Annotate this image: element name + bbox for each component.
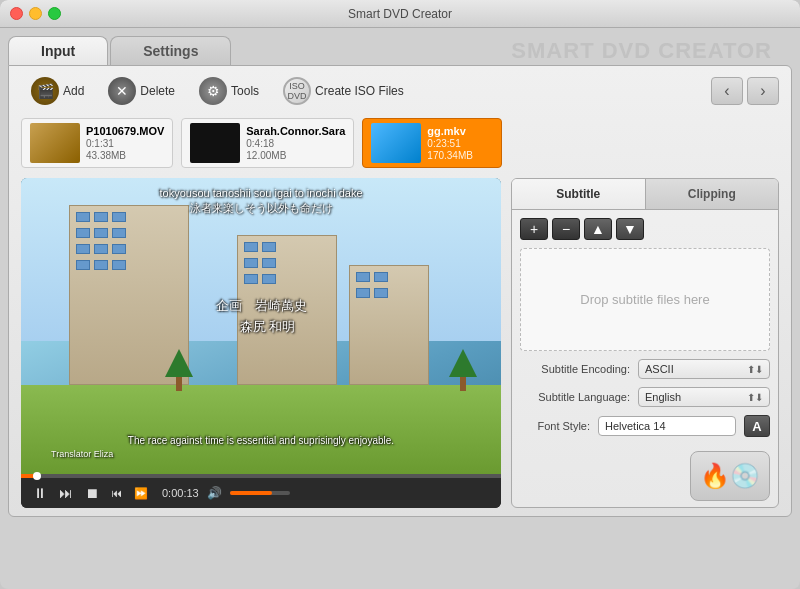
delete-button[interactable]: ✕ Delete	[98, 74, 185, 108]
bottom-area: tokyousou tanoshii sou igai to inochi da…	[21, 178, 779, 508]
file-card-1[interactable]: P1010679.MOV 0:1:31 43.38MB	[21, 118, 173, 168]
delete-icon: ✕	[108, 77, 136, 105]
brand-text: SMART DVD CREATOR	[511, 38, 772, 64]
volume-icon: 🔊	[207, 486, 222, 500]
time-display: 0:00:13	[162, 487, 199, 499]
video-screen: tokyousou tanoshii sou igai to inochi da…	[21, 178, 501, 474]
file-thumb-1	[30, 123, 80, 163]
stop-button[interactable]: ⏹	[83, 483, 101, 503]
tab-settings[interactable]: Settings	[110, 36, 231, 65]
file-cards: P1010679.MOV 0:1:31 43.38MB Sarah.Connor…	[21, 118, 779, 168]
tree-1	[165, 349, 193, 391]
subtitle-toolbar: + − ▲ ▼	[520, 218, 770, 240]
video-controls: ⏸ ⏭ ⏹ ⏮ ⏩ 0:00:13 🔊	[21, 478, 501, 508]
video-progress[interactable]	[21, 474, 501, 478]
traffic-lights	[10, 7, 61, 20]
add-icon: 🎬	[31, 77, 59, 105]
file-duration-1: 0:1:31	[86, 138, 164, 149]
panel-tabs: Subtitle Clipping	[512, 179, 778, 210]
subtitle-remove-button[interactable]: −	[552, 218, 580, 240]
file-size-3: 170.34MB	[427, 150, 473, 161]
tab-bar: Input Settings SMART DVD CREATOR	[8, 36, 792, 65]
encoding-label: Subtitle Encoding:	[520, 363, 630, 375]
bottom-action: 🔥💿	[512, 445, 778, 507]
tree-2	[449, 349, 477, 391]
tab-input[interactable]: Input	[8, 36, 108, 65]
subtitle-line-2: 泳者来楽しそう以外も命だけ	[31, 201, 491, 216]
subtitle-down-button[interactable]: ▼	[616, 218, 644, 240]
subtitle-add-button[interactable]: +	[520, 218, 548, 240]
subtitle-bottom: The race against time is essential and s…	[21, 435, 501, 446]
right-panel: Subtitle Clipping + − ▲ ▼	[511, 178, 779, 508]
play-pause-button[interactable]: ⏸	[31, 483, 49, 503]
ground	[21, 385, 501, 474]
translator-credit: Translator Eliza	[51, 449, 113, 459]
file-size-2: 12.00MB	[246, 150, 345, 161]
next-frame-button[interactable]: ⏭	[57, 483, 75, 503]
main-content: Input Settings SMART DVD CREATOR 🎬 Add ✕…	[0, 28, 800, 589]
file-info-2: Sarah.Connor.Sara 0:4:18 12.00MB	[246, 125, 345, 161]
subtitle-mid: 企画 岩崎萬史 森尻 和明	[21, 296, 501, 338]
nav-prev-button[interactable]: ‹	[711, 77, 743, 105]
toolbar-nav: ‹ ›	[711, 77, 779, 105]
subtitle-drop-area[interactable]: Drop subtitle files here	[520, 248, 770, 351]
encoding-select[interactable]: ASCII ⬆⬇	[638, 359, 770, 379]
panel-body: + − ▲ ▼ Drop subtitle files here Subtitl…	[512, 210, 778, 445]
tools-icon: ⚙	[199, 77, 227, 105]
file-thumb-3	[371, 123, 421, 163]
tools-button[interactable]: ⚙ Tools	[189, 74, 269, 108]
font-style-box[interactable]: Helvetica 14	[598, 416, 736, 436]
file-card-2[interactable]: Sarah.Connor.Sara 0:4:18 12.00MB	[181, 118, 354, 168]
language-row: Subtitle Language: English ⬆⬇	[520, 387, 770, 407]
font-style-row: Font Style: Helvetica 14 A	[520, 415, 770, 437]
tab-subtitle[interactable]: Subtitle	[512, 179, 646, 209]
title-bar: Smart DVD Creator	[0, 0, 800, 28]
file-info-3: gg.mkv 0:23:51 170.34MB	[427, 125, 473, 161]
minimize-button[interactable]	[29, 7, 42, 20]
subtitle-mid-1: 企画 岩崎萬史	[21, 296, 501, 317]
encoding-row: Subtitle Encoding: ASCII ⬆⬇	[520, 359, 770, 379]
file-info-1: P1010679.MOV 0:1:31 43.38MB	[86, 125, 164, 161]
rewind-button[interactable]: ⏮	[109, 485, 124, 501]
progress-thumb[interactable]	[33, 472, 41, 480]
subtitle-top: tokyousou tanoshii sou igai to inochi da…	[21, 186, 501, 217]
volume-bar[interactable]	[230, 491, 290, 495]
toolbar-area: 🎬 Add ✕ Delete ⚙ Tools ISODVD Create ISO…	[8, 65, 792, 517]
fast-forward-button[interactable]: ⏩	[132, 485, 150, 502]
burn-icon: 🔥💿	[700, 462, 760, 490]
file-card-3[interactable]: gg.mkv 0:23:51 170.34MB	[362, 118, 502, 168]
file-thumb-2	[190, 123, 240, 163]
iso-icon: ISODVD	[283, 77, 311, 105]
font-aa-button[interactable]: A	[744, 415, 770, 437]
video-player: tokyousou tanoshii sou igai to inochi da…	[21, 178, 501, 508]
toolbar-buttons: 🎬 Add ✕ Delete ⚙ Tools ISODVD Create ISO…	[21, 74, 779, 108]
file-name-3: gg.mkv	[427, 125, 473, 137]
burn-button[interactable]: 🔥💿	[690, 451, 770, 501]
volume-fill	[230, 491, 272, 495]
font-label: Font Style:	[520, 420, 590, 432]
maximize-button[interactable]	[48, 7, 61, 20]
subtitle-mid-2: 森尻 和明	[21, 317, 501, 338]
subtitle-up-button[interactable]: ▲	[584, 218, 612, 240]
file-size-1: 43.38MB	[86, 150, 164, 161]
language-select[interactable]: English ⬆⬇	[638, 387, 770, 407]
subtitle-line-1: tokyousou tanoshii sou igai to inochi da…	[31, 186, 491, 201]
language-arrow: ⬆⬇	[747, 392, 763, 403]
close-button[interactable]	[10, 7, 23, 20]
file-name-1: P1010679.MOV	[86, 125, 164, 137]
file-name-2: Sarah.Connor.Sara	[246, 125, 345, 137]
create-iso-button[interactable]: ISODVD Create ISO Files	[273, 74, 414, 108]
file-duration-2: 0:4:18	[246, 138, 345, 149]
add-button[interactable]: 🎬 Add	[21, 74, 94, 108]
encoding-arrow: ⬆⬇	[747, 364, 763, 375]
nav-next-button[interactable]: ›	[747, 77, 779, 105]
window-title: Smart DVD Creator	[348, 7, 452, 21]
tab-clipping[interactable]: Clipping	[646, 179, 779, 209]
file-duration-3: 0:23:51	[427, 138, 473, 149]
language-label: Subtitle Language:	[520, 391, 630, 403]
